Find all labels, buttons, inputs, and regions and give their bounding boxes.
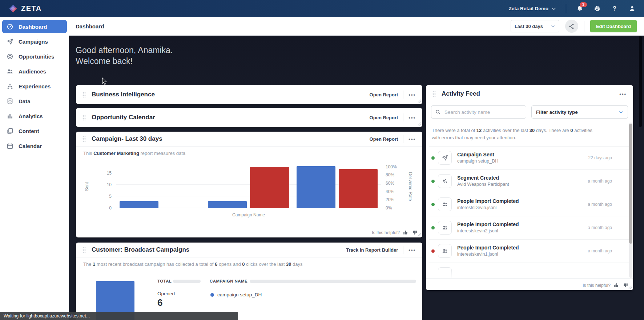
open-report-link[interactable]: Open Report [370, 136, 398, 142]
activity-timestamp: 22 days ago [588, 155, 612, 160]
sidebar-item-label: Experiences [19, 83, 51, 89]
track-report-builder-link[interactable]: Track in Report Builder [346, 247, 398, 253]
help-button[interactable]: ? [611, 5, 619, 13]
campaign-chart: Sent 051015 0%20%40%60%80%100% Delivered… [76, 165, 422, 208]
sidebar-item-label: Data [19, 98, 31, 104]
opportunities-icon [7, 53, 13, 60]
greeting-line2: Welcome back! [76, 56, 173, 67]
total-column-header: TOTAL [157, 279, 172, 283]
sidebar-item-campaigns[interactable]: Campaigns [2, 35, 67, 48]
profile-button[interactable] [628, 5, 636, 13]
campaign-column-header: CAMPAIGN NAME [210, 279, 247, 283]
sidebar-item-audiences[interactable]: Audiences [2, 65, 67, 78]
list-item[interactable]: Segment CreatedAvid Weapons Participanta… [429, 169, 630, 193]
activity-filter-select[interactable]: Filter activity type [531, 105, 628, 119]
card-title: Activity Feed [442, 90, 609, 97]
bar-sent[interactable] [120, 201, 158, 208]
y-axis-ticks-right: 0%20%40%60%80%100% [386, 165, 403, 208]
list-item[interactable]: People Import Completedinterestskevin2.j… [429, 216, 630, 239]
date-range-value: Last 30 days [515, 24, 543, 29]
share-icon [568, 23, 575, 29]
activity-subtitle: interestskevin2.jsonl [457, 228, 498, 233]
activity-summary: There were a total of 12 activities over… [429, 122, 603, 146]
sidebar-item-label: Audiences [19, 68, 46, 75]
broadcast-campaigns-card: Customer: Broadcast Campaigns Track in R… [76, 243, 422, 320]
greeting: Good afternoon, Anamika. Welcome back! [76, 45, 173, 67]
settings-button[interactable] [593, 5, 601, 13]
sidebar-item-content[interactable]: Content [2, 124, 67, 137]
content-icon [7, 128, 13, 135]
resize-handle-icon[interactable] [418, 233, 421, 236]
sidebar-item-experiences[interactable]: Experiences [2, 80, 67, 93]
thumbs-down-icon[interactable] [412, 230, 417, 235]
drag-handle-icon[interactable] [432, 91, 436, 97]
resize-handle-icon[interactable] [628, 285, 632, 289]
chart-subtitle: This Customer Marketing report measures … [83, 151, 185, 156]
dashboard-icon [7, 23, 13, 30]
activity-subtitle: Avid Weapons Participant [457, 182, 509, 187]
account-name: Zeta Retail Demo [508, 6, 548, 11]
card-menu-icon[interactable]: ••• [408, 115, 416, 120]
drag-handle-icon[interactable] [82, 136, 86, 142]
opportunity-calendar-card: Opportunity Calendar Open Report ••• [76, 108, 422, 127]
status-dot [431, 180, 435, 183]
sidebar-item-analytics[interactable]: Analytics [2, 109, 67, 123]
activity-title: People Import Completed [457, 221, 519, 227]
data-icon [7, 98, 13, 105]
account-switcher[interactable]: Zeta Retail Demo [508, 6, 556, 11]
brand[interactable]: ZETA [9, 4, 42, 13]
header-divider [584, 21, 584, 32]
activity-search-input[interactable] [444, 109, 522, 115]
bar-sent[interactable] [297, 166, 335, 208]
sidebar-item-label: Content [19, 128, 39, 134]
open-report-link[interactable]: Open Report [370, 115, 398, 120]
notifications-button[interactable]: 3 [576, 5, 584, 13]
bar-sent[interactable] [208, 201, 247, 208]
date-range-select[interactable]: Last 30 days [511, 20, 559, 32]
list-item[interactable]: People Import Completedinterestskevin1.j… [429, 239, 630, 263]
sidebar-item-label: Calendar [19, 143, 42, 149]
open-report-link[interactable]: Open Report [370, 92, 398, 97]
thumbs-down-icon[interactable] [623, 283, 628, 288]
business-intelligence-card: Business Intelligence Open Report ••• [76, 85, 422, 104]
people-icon [438, 221, 452, 235]
legend-label: campaign setup_DH [217, 292, 262, 297]
drag-handle-icon[interactable] [82, 247, 86, 253]
analytics-icon [7, 113, 13, 120]
activity-subtitle: campaign setup_DH [457, 159, 498, 164]
person-icon [629, 5, 636, 12]
list-item[interactable]: Campaign Sentcampaign setup_DH22 days ag… [429, 146, 630, 169]
campaign-report-card: Campaign- Last 30 days Open Report ••• T… [76, 132, 422, 237]
card-menu-icon[interactable]: ••• [408, 136, 416, 142]
chevron-down-icon [619, 110, 623, 115]
status-dot [431, 203, 435, 206]
bar-delivered-rate[interactable] [339, 169, 378, 208]
card-menu-icon[interactable]: ••• [408, 247, 416, 253]
drag-handle-icon[interactable] [82, 115, 86, 121]
sidebar-item-calendar[interactable]: Calendar [2, 139, 67, 152]
bar-group [204, 165, 293, 208]
edit-dashboard-button[interactable]: Edit Dashboard [590, 20, 637, 32]
share-button[interactable] [565, 20, 578, 33]
card-menu-icon[interactable]: ••• [619, 91, 627, 97]
drag-handle-icon[interactable] [82, 92, 86, 98]
card-menu-icon[interactable]: ••• [408, 92, 416, 97]
thumbs-up-icon[interactable] [403, 230, 408, 235]
activity-timestamp: a month ago [588, 179, 612, 184]
sidebar-item-dashboard[interactable]: Dashboard [2, 20, 67, 33]
bar-delivered-rate[interactable] [250, 167, 289, 208]
activity-list-scroll: There were a total of 12 activities over… [429, 122, 630, 279]
segment-icon [438, 174, 452, 188]
sidebar-item-data[interactable]: Data [2, 95, 67, 108]
list-item[interactable]: People Import CompletedinterestsDevin.js… [429, 193, 630, 216]
page-scrollbar-thumb[interactable] [639, 36, 642, 127]
resize-handle-icon[interactable] [418, 99, 421, 103]
activity-scrollbar-thumb[interactable] [629, 124, 632, 244]
filter-value: Filter activity type [536, 109, 578, 115]
status-dot [431, 249, 435, 253]
resize-handle-icon[interactable] [418, 122, 421, 126]
x-axis-label: Campaign Name [116, 212, 381, 217]
helpful-label: Is this helpful? [583, 283, 611, 288]
thumbs-up-icon[interactable] [614, 283, 619, 288]
sidebar-item-opportunities[interactable]: Opportunities [2, 50, 67, 63]
